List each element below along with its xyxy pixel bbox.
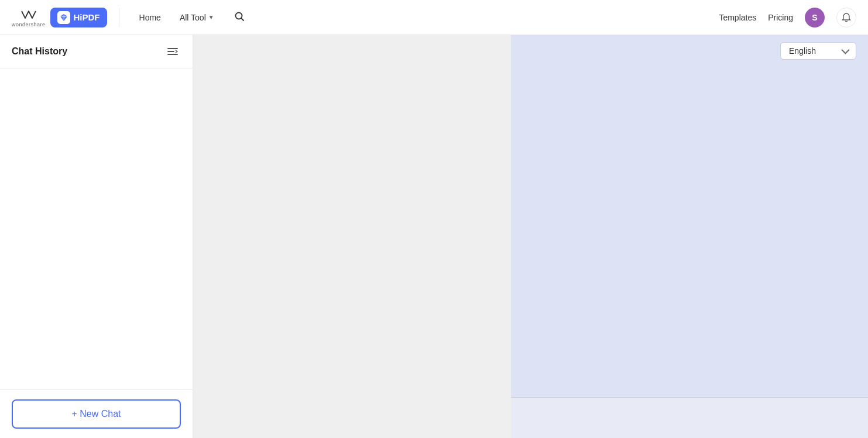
chat-history-list [0, 68, 193, 389]
svg-line-1 [241, 18, 243, 20]
search-button[interactable] [229, 6, 249, 29]
notification-bell-button[interactable] [836, 8, 856, 27]
new-chat-button[interactable]: + New Chat [12, 399, 181, 429]
navbar-links: Home All Tool ▼ [131, 6, 719, 29]
language-value: English [789, 46, 816, 56]
main-content: Chat History + New Chat English [0, 35, 868, 438]
language-selector[interactable]: English [780, 42, 856, 60]
bell-icon [842, 13, 851, 22]
nav-home[interactable]: Home [131, 8, 169, 27]
collapse-icon [167, 47, 179, 56]
all-tool-chevron-icon: ▼ [208, 14, 214, 20]
wondershare-text: wondershare [12, 22, 46, 27]
hipdf-label: HiPDF [74, 12, 100, 22]
hipdf-badge-icon [57, 11, 70, 24]
navbar-right: Templates Pricing S [719, 8, 856, 27]
hipdf-diamond-icon [60, 13, 68, 22]
brand-area: wondershare HiPDF [12, 8, 119, 27]
nav-pricing[interactable]: Pricing [768, 13, 793, 22]
nav-templates[interactable]: Templates [719, 13, 756, 22]
sidebar: Chat History + New Chat [0, 35, 193, 438]
right-panel-header: English [511, 35, 868, 67]
right-panel: English [511, 35, 868, 438]
center-panel [193, 35, 511, 438]
chat-history-title: Chat History [12, 46, 67, 57]
user-avatar[interactable]: S [805, 8, 825, 27]
wondershare-logo: wondershare [12, 8, 46, 27]
hipdf-badge[interactable]: HiPDF [50, 8, 107, 27]
language-chevron-icon [841, 46, 849, 54]
nav-all-tool[interactable]: All Tool ▼ [171, 8, 222, 27]
sidebar-footer: + New Chat [0, 389, 193, 438]
wondershare-logo-icon [18, 8, 39, 22]
svg-point-0 [235, 12, 242, 19]
right-panel-body [511, 67, 868, 397]
collapse-sidebar-button[interactable] [164, 44, 181, 58]
search-icon [234, 11, 245, 22]
right-panel-input-area [511, 397, 868, 438]
navbar: wondershare HiPDF Home All Tool ▼ [0, 0, 868, 35]
sidebar-header: Chat History [0, 35, 193, 68]
